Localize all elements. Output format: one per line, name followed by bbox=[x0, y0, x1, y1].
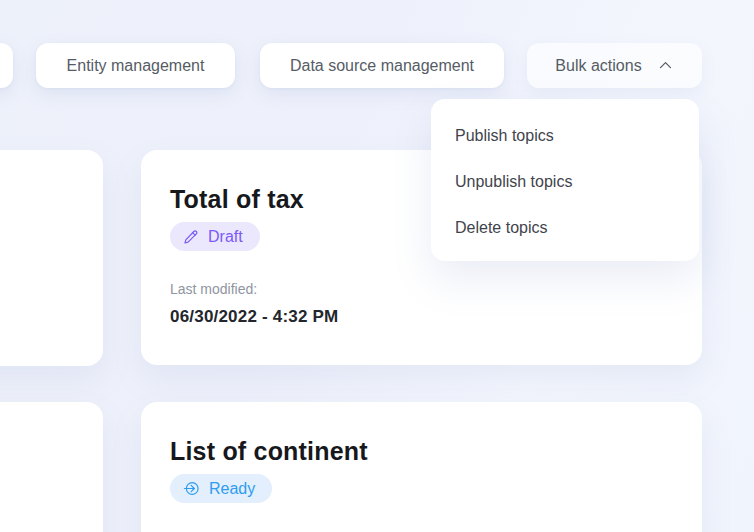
menu-item-unpublish-topics[interactable]: Unpublish topics bbox=[431, 159, 699, 205]
tab-entity-management-label: Entity management bbox=[67, 57, 205, 75]
tab-entity-management[interactable]: Entity management bbox=[36, 43, 235, 88]
topic-card-partial-bottom[interactable] bbox=[0, 402, 103, 532]
arrow-into-circle-icon bbox=[183, 480, 200, 497]
tab-data-source-management-label: Data source management bbox=[290, 57, 474, 75]
pencil-icon bbox=[183, 229, 199, 245]
tab-data-source-management[interactable]: Data source management bbox=[260, 43, 504, 88]
bulk-actions-menu: Publish topics Unpublish topics Delete t… bbox=[431, 99, 699, 261]
topic-card-partial-top[interactable] bbox=[0, 150, 103, 366]
status-badge-ready: Ready bbox=[170, 474, 272, 503]
status-badge-label: Ready bbox=[209, 480, 255, 498]
bulk-actions-label: Bulk actions bbox=[555, 57, 641, 75]
menu-item-delete-topics[interactable]: Delete topics bbox=[431, 205, 699, 251]
last-modified-value: 06/30/2022 - 4:32 PM bbox=[170, 307, 338, 327]
topic-card-list-of-continent[interactable]: List of continent Ready bbox=[141, 402, 702, 532]
status-badge-label: Draft bbox=[208, 228, 243, 246]
topic-title: Total of tax bbox=[170, 184, 304, 214]
tab-partial-cutoff[interactable] bbox=[0, 43, 13, 88]
topic-title: List of continent bbox=[170, 436, 368, 466]
menu-item-publish-topics[interactable]: Publish topics bbox=[431, 113, 699, 159]
bulk-actions-button[interactable]: Bulk actions bbox=[527, 43, 702, 88]
chevron-up-icon bbox=[657, 57, 674, 74]
last-modified-label: Last modified: bbox=[170, 281, 257, 297]
status-badge-draft: Draft bbox=[170, 222, 260, 251]
